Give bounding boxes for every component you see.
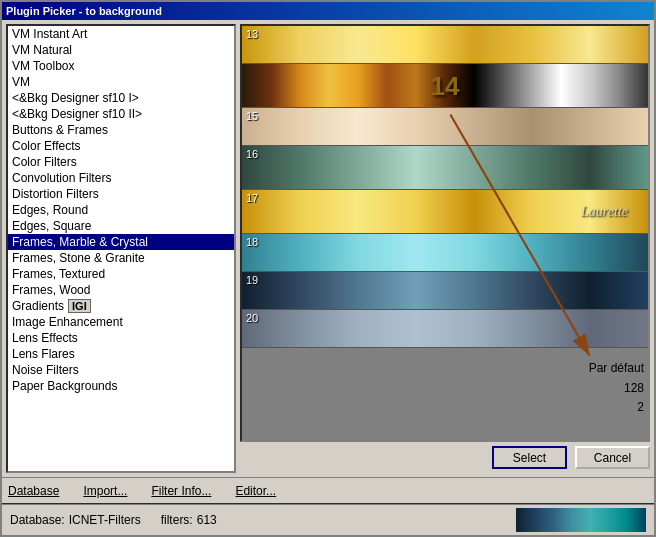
filters-label: filters: [161,513,193,527]
filters-status: filters: 613 [161,513,217,527]
list-item-color-filters[interactable]: Color Filters [8,154,234,170]
par-defaut-section: Par défaut 128 2 [589,359,644,417]
list-item-bkg2[interactable]: <&Bkg Designer sf10 II> [8,106,234,122]
gradient-label-17: 17 [246,192,258,204]
gradient-label-19: 19 [246,274,258,286]
gradient-row-18[interactable]: 18 [242,234,648,272]
filters-value: 613 [197,513,217,527]
preview-swatch [516,508,646,532]
list-item-vm-instant-art[interactable]: VM Instant Art [8,26,234,42]
gradients-icon: IGI [68,299,91,313]
buttons-row: Select Cancel [240,446,650,469]
par-defaut-label: Par défaut [589,359,644,378]
gradient-row-13[interactable]: 13 [242,26,648,64]
gradient-bar-16 [242,146,648,189]
list-item-convolution[interactable]: Convolution Filters [8,170,234,186]
list-item-frames-wood[interactable]: Frames, Wood [8,282,234,298]
gradient-row-19[interactable]: 19 [242,272,648,310]
title-bar-text: Plugin Picker - to background [6,5,162,17]
list-item-frames-textured[interactable]: Frames, Textured [8,266,234,282]
gradient-label-14: 14 [431,70,460,101]
list-item-image-enhancement[interactable]: Image Enhancement [8,314,234,330]
list-item-frames-stone[interactable]: Frames, Stone & Granite [8,250,234,266]
list-item-gradients[interactable]: Gradients IGI [8,298,234,314]
gradient-row-17[interactable]: 17 Laurette [242,190,648,234]
database-button[interactable]: Database [6,484,61,498]
gradient-row-20[interactable]: 20 [242,310,648,348]
par-defaut-value2: 2 [589,398,644,417]
list-item-bkg1[interactable]: <&Bkg Designer sf10 I> [8,90,234,106]
list-item-lens-effects[interactable]: Lens Effects [8,330,234,346]
list-item-noise-filters[interactable]: Noise Filters [8,362,234,378]
list-item-edges-square[interactable]: Edges, Square [8,218,234,234]
gradient-bar-20 [242,310,648,347]
content-area: VM Instant Art VM Natural VM Toolbox VM … [2,20,654,477]
plugin-list[interactable]: VM Instant Art VM Natural VM Toolbox VM … [6,24,236,473]
gradient-row-15[interactable]: 15 [242,108,648,146]
select-button[interactable]: Select [492,446,567,469]
gradient-bar-19 [242,272,648,309]
list-item-vm-toolbox[interactable]: VM Toolbox [8,58,234,74]
gradient-bar-15 [242,108,648,145]
gradient-bar-13 [242,26,648,63]
gradient-label-13: 13 [246,28,258,40]
list-item-vm-natural[interactable]: VM Natural [8,42,234,58]
list-item-color-effects[interactable]: Color Effects [8,138,234,154]
import-button[interactable]: Import... [81,484,129,498]
gradient-row-14[interactable]: 14 [242,64,648,108]
list-item-lens-flares[interactable]: Lens Flares [8,346,234,362]
status-bar: Database: ICNET-Filters filters: 613 [2,503,654,535]
title-bar: Plugin Picker - to background [2,2,654,20]
gradient-label-20: 20 [246,312,258,324]
list-item-distortion[interactable]: Distortion Filters [8,186,234,202]
list-item-buttons-frames[interactable]: Buttons & Frames [8,122,234,138]
gradient-label-18: 18 [246,236,258,248]
gradient-label-15: 15 [246,110,258,122]
gradient-bar-18 [242,234,648,271]
editor-button[interactable]: Editor... [233,484,278,498]
gradient-overlay-text-17: Laurette [581,204,628,220]
gradient-label-16: 16 [246,148,258,160]
list-item-vm[interactable]: VM [8,74,234,90]
cancel-button[interactable]: Cancel [575,446,650,469]
database-status: Database: ICNET-Filters [10,513,141,527]
bottom-bar: Database Import... Filter Info... Editor… [2,477,654,503]
right-panel: 13 14 15 16 [236,20,654,477]
par-defaut-value1: 128 [589,379,644,398]
filter-info-button[interactable]: Filter Info... [149,484,213,498]
main-window: Plugin Picker - to background VM Instant… [0,0,656,537]
list-item-edges-round[interactable]: Edges, Round [8,202,234,218]
list-item-paper-backgrounds[interactable]: Paper Backgrounds [8,378,234,394]
database-status-value: ICNET-Filters [69,513,141,527]
database-status-label: Database: [10,513,65,527]
gradient-row-16[interactable]: 16 [242,146,648,190]
list-item-frames-marble[interactable]: Frames, Marble & Crystal [8,234,234,250]
